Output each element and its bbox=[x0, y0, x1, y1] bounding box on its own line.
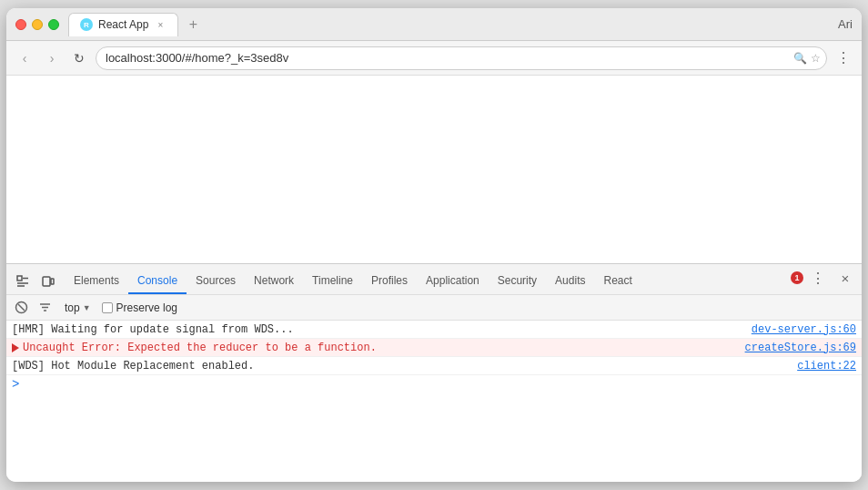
console-row: [WDS] Hot Module Replacement enabled.cli… bbox=[6, 357, 862, 375]
devtools-tab-application[interactable]: Application bbox=[417, 269, 489, 294]
tab-bar: R React App × + bbox=[68, 13, 204, 36]
error-badge: 1 bbox=[791, 271, 803, 284]
devtools-right-controls: 1 ⋮ × bbox=[791, 265, 858, 294]
devtools-tab-console[interactable]: Console bbox=[128, 269, 187, 294]
console-toolbar: top ▼ Preserve log bbox=[6, 295, 862, 321]
device-toolbar-button[interactable] bbox=[35, 269, 61, 294]
devtools-tab-security[interactable]: Security bbox=[489, 269, 546, 294]
source-link[interactable]: dev-server.js:60 bbox=[752, 323, 856, 336]
info-message: [WDS] Hot Module Replacement enabled. bbox=[12, 360, 797, 373]
devtools-tab-icons bbox=[10, 269, 61, 294]
devtools-tab-sources[interactable]: Sources bbox=[187, 269, 245, 294]
svg-line-7 bbox=[18, 304, 25, 311]
reload-button[interactable]: ↻ bbox=[68, 47, 90, 69]
address-bar: ‹ › ↻ localhost:3000/#/home?_k=3sed8v 🔍 … bbox=[6, 41, 862, 76]
devtools-panel: ElementsConsoleSourcesNetworkTimelinePro… bbox=[6, 263, 862, 482]
devtools-tab-network[interactable]: Network bbox=[245, 269, 303, 294]
tab-close-button[interactable]: × bbox=[154, 18, 167, 31]
info-message: [HMR] Waiting for update signal from WDS… bbox=[12, 323, 752, 336]
svg-rect-5 bbox=[51, 279, 54, 284]
context-selector[interactable]: top ▼ bbox=[59, 300, 96, 316]
error-count-badge: 1 bbox=[791, 271, 803, 284]
tab-label: React App bbox=[98, 18, 148, 31]
new-tab-button[interactable]: + bbox=[182, 14, 204, 36]
svg-rect-0 bbox=[17, 276, 22, 281]
console-rows: [HMR] Waiting for update signal from WDS… bbox=[6, 321, 862, 375]
error-message: Uncaught Error: Expected the reducer to … bbox=[23, 342, 745, 354]
devtools-tabs: ElementsConsoleSourcesNetworkTimelinePro… bbox=[6, 264, 862, 295]
url-text: localhost:3000/#/home?_k=3sed8v bbox=[106, 51, 288, 65]
context-value: top bbox=[65, 301, 80, 314]
devtools-close-button[interactable]: × bbox=[833, 265, 858, 291]
close-button[interactable] bbox=[15, 19, 26, 30]
source-link[interactable]: client:22 bbox=[797, 360, 856, 373]
more-button[interactable]: ⋮ bbox=[833, 47, 854, 69]
minimize-button[interactable] bbox=[32, 19, 43, 30]
maximize-button[interactable] bbox=[48, 19, 59, 30]
back-button[interactable]: ‹ bbox=[14, 47, 35, 69]
console-row: Uncaught Error: Expected the reducer to … bbox=[6, 339, 862, 357]
filter-button[interactable] bbox=[35, 299, 54, 317]
user-initial: Ari bbox=[838, 17, 853, 31]
devtools-tab-timeline[interactable]: Timeline bbox=[303, 269, 362, 294]
console-prompt[interactable]: > bbox=[6, 375, 862, 393]
preserve-log-label: Preserve log bbox=[116, 301, 177, 314]
preserve-log-checkbox[interactable] bbox=[102, 302, 113, 313]
devtools-tab-elements[interactable]: Elements bbox=[65, 269, 128, 294]
address-icons: 🔍 ☆ bbox=[793, 52, 821, 65]
tab-favicon: R bbox=[80, 18, 93, 31]
error-source-link[interactable]: createStore.js:69 bbox=[745, 342, 856, 354]
devtools-tab-audits[interactable]: Audits bbox=[546, 269, 594, 294]
devtools-tab-profiles[interactable]: Profiles bbox=[362, 269, 417, 294]
devtools-tab-react[interactable]: React bbox=[594, 269, 641, 294]
inspect-element-button[interactable] bbox=[10, 269, 35, 294]
title-bar: R React App × + Ari bbox=[6, 8, 862, 41]
traffic-lights bbox=[15, 19, 59, 30]
forward-button[interactable]: › bbox=[41, 47, 63, 69]
devtools-tab-list: ElementsConsoleSourcesNetworkTimelinePro… bbox=[65, 269, 641, 294]
expand-error-icon[interactable] bbox=[12, 343, 19, 352]
svg-rect-4 bbox=[43, 277, 50, 286]
console-row: [HMR] Waiting for update signal from WDS… bbox=[6, 321, 862, 339]
clear-console-button[interactable] bbox=[12, 299, 30, 317]
browser-window: R React App × + Ari ‹ › ↻ localhost:3000… bbox=[6, 8, 862, 482]
console-output: [HMR] Waiting for update signal from WDS… bbox=[6, 321, 862, 482]
devtools-more-button[interactable]: ⋮ bbox=[805, 265, 831, 291]
bookmark-icon[interactable]: ☆ bbox=[811, 52, 821, 65]
dropdown-arrow-icon: ▼ bbox=[83, 303, 91, 312]
browser-tab[interactable]: R React App × bbox=[68, 13, 178, 36]
address-input[interactable]: localhost:3000/#/home?_k=3sed8v 🔍 ☆ bbox=[96, 46, 827, 70]
prompt-symbol: > bbox=[12, 377, 19, 392]
page-content bbox=[6, 76, 862, 263]
preserve-log-toggle[interactable]: Preserve log bbox=[102, 301, 177, 314]
search-icon: 🔍 bbox=[793, 52, 807, 65]
